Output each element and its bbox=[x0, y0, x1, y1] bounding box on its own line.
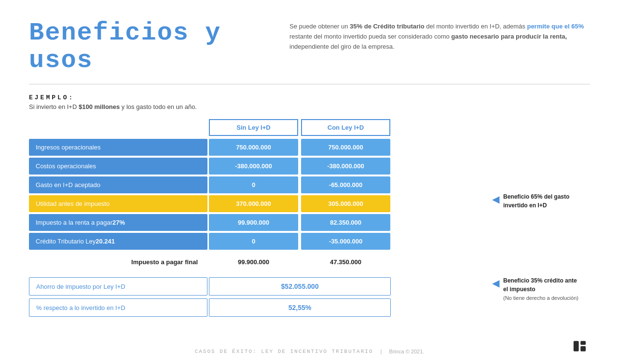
brand-logo bbox=[573, 337, 590, 357]
row-ingresos: Ingresos operacionales 750.000.000 750.0… bbox=[29, 139, 482, 156]
row-sin-ley-costos: -380.000.000 bbox=[209, 158, 298, 175]
row-con-ley-utilidad: 305.000.000 bbox=[301, 195, 390, 212]
row-label-credito: Crédito Tributario Ley 20.241 bbox=[29, 233, 207, 250]
row-sin-ley-impuesto: 99.900.000 bbox=[209, 214, 298, 231]
page: Beneficios y usos Se puede obtener un 35… bbox=[0, 0, 619, 364]
col-header-con-ley: Con Ley I+D bbox=[301, 119, 390, 136]
row-sin-ley-credito: 0 bbox=[209, 233, 298, 250]
description-area: Se puede obtener un 35% de Crédito tribu… bbox=[280, 19, 590, 52]
row-label-final: Impuesto a pagar final bbox=[29, 254, 207, 270]
row-credito: Crédito Tributario Ley 20.241 0 -35.000.… bbox=[29, 233, 482, 250]
annotation-spacer-2 bbox=[492, 215, 578, 276]
row-impuesto: Impuesto a la renta a pagar 27% 99.900.0… bbox=[29, 214, 482, 231]
row-sin-ley-utilidad: 370.000.000 bbox=[209, 195, 298, 212]
row-percent: % respecto a lo invertido en I+D 52,55% bbox=[29, 298, 482, 317]
ejemplo-label: EJEMPLO: bbox=[29, 94, 590, 101]
table-container: Sin Ley I+D Con Ley I+D Ingresos operaci… bbox=[29, 119, 590, 319]
credito-law: 20.241 bbox=[96, 238, 115, 245]
col-header-sin-ley: Sin Ley I+D bbox=[209, 119, 298, 136]
example-amount: $100 millones bbox=[79, 103, 120, 110]
row-label-impuesto: Impuesto a la renta a pagar 27% bbox=[29, 214, 207, 231]
row-sin-ley-final: 99.900.000 bbox=[209, 254, 298, 270]
row-sin-ley-ingresos: 750.000.000 bbox=[209, 139, 298, 156]
annotation-bold-1: Beneficio 65% del gastoinvertido en I+D bbox=[503, 193, 569, 209]
row-con-ley-costos: -380.000.000 bbox=[301, 158, 390, 175]
row-con-ley-ingresos: 750.000.000 bbox=[301, 139, 390, 156]
footer-text: CASOS DE ÉXITO: LEY DE INCENTIVO TRIBUTA… bbox=[195, 349, 373, 354]
row-con-ley-final: 47.350.000 bbox=[301, 254, 390, 270]
annotation-credito: ◀ Beneficio 35% crédito anteel impuesto … bbox=[492, 276, 578, 302]
row-impuesto-final: Impuesto a pagar final 99.900.000 47.350… bbox=[29, 254, 482, 270]
row-con-ley-gasto: -65.000.000 bbox=[301, 176, 390, 193]
row-gasto: Gasto en I+D aceptado 0 -65.000.000 bbox=[29, 176, 482, 193]
highlight-gasto: gasto necesario para producir la renta, bbox=[451, 33, 567, 40]
arrow-icon-2: ◀ bbox=[492, 277, 499, 289]
svg-rect-0 bbox=[574, 341, 579, 351]
row-label-utilidad: Utilidad antes de impuesto bbox=[29, 195, 207, 212]
row-value-percent: 52,55% bbox=[209, 298, 391, 317]
row-value-savings: $52.055.000 bbox=[209, 277, 391, 296]
row-label-savings: Ahorro de impuesto por Ley I+D bbox=[29, 277, 207, 296]
annotations: ◀ Beneficio 65% del gastoinvertido en I+… bbox=[492, 119, 578, 307]
brinca-logo-icon bbox=[573, 337, 590, 355]
footer-divider: | bbox=[381, 349, 382, 354]
svg-rect-2 bbox=[580, 341, 586, 345]
row-label-gasto: Gasto en I+D aceptado bbox=[29, 176, 207, 193]
row-label-percent: % respecto a lo invertido en I+D bbox=[29, 298, 207, 317]
page-footer: CASOS DE ÉXITO: LEY DE INCENTIVO TRIBUTA… bbox=[0, 349, 619, 354]
row-costos: Costos operacionales -380.000.000 -380.0… bbox=[29, 158, 482, 175]
arrow-icon-1: ◀ bbox=[492, 193, 499, 205]
annotation-gasto: ◀ Beneficio 65% del gastoinvertido en I+… bbox=[492, 192, 578, 210]
highlight-65: permite que el 65% bbox=[527, 23, 584, 30]
row-label-costos: Costos operacionales bbox=[29, 158, 207, 175]
row-utilidad: Utilidad antes de impuesto 370.000.000 3… bbox=[29, 195, 482, 212]
title-area: Beneficios y usos bbox=[29, 19, 280, 74]
table-main: Sin Ley I+D Con Ley I+D Ingresos operaci… bbox=[29, 119, 482, 319]
impuesto-rate: 27% bbox=[112, 219, 125, 226]
row-con-ley-impuesto: 82.350.000 bbox=[301, 214, 390, 231]
section-divider bbox=[29, 84, 590, 84]
highlight-percent: 35% de Crédito tributario bbox=[350, 23, 425, 30]
svg-rect-1 bbox=[580, 346, 586, 351]
row-sin-ley-gasto: 0 bbox=[209, 176, 298, 193]
page-title: Beneficios y usos bbox=[29, 19, 280, 74]
footer-brand: Brinca © 2021. bbox=[389, 349, 424, 354]
description-text: Se puede obtener un 35% de Crédito tribu… bbox=[289, 22, 590, 52]
header-section: Beneficios y usos Se puede obtener un 35… bbox=[29, 19, 590, 74]
annotation-bold-2: Beneficio 35% crédito anteel impuesto bbox=[503, 277, 577, 293]
row-savings: Ahorro de impuesto por Ley I+D $52.055.0… bbox=[29, 277, 482, 296]
row-con-ley-credito: -35.000.000 bbox=[301, 233, 390, 250]
annotation-text-2: Beneficio 35% crédito anteel impuesto (N… bbox=[503, 276, 578, 302]
ejemplo-subtitle: Si invierto en I+D $100 millones y los g… bbox=[29, 103, 590, 110]
annotation-spacer-1 bbox=[492, 119, 578, 192]
annotation-note: (No tiene derecho a devolución) bbox=[503, 295, 578, 301]
annotation-text-1: Beneficio 65% del gastoinvertido en I+D bbox=[503, 192, 569, 210]
row-label-ingresos: Ingresos operacionales bbox=[29, 139, 207, 156]
col-headers: Sin Ley I+D Con Ley I+D bbox=[207, 119, 482, 136]
